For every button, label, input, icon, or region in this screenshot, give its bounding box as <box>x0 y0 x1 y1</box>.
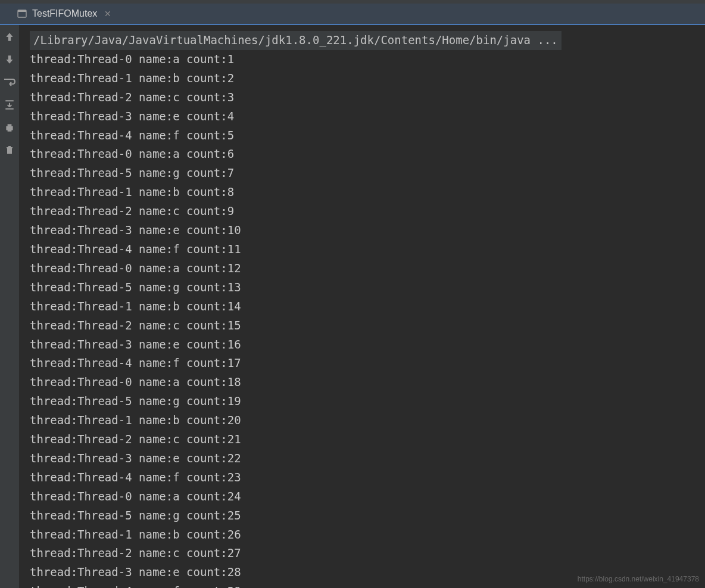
console-icon <box>17 8 27 19</box>
output-line: thread:Thread-2 name:c count:9 <box>30 202 694 221</box>
svg-rect-3 <box>8 124 12 126</box>
output-line: thread:Thread-3 name:e count:22 <box>30 449 694 468</box>
output-line: thread:Thread-1 name:b count:20 <box>30 411 694 430</box>
tab-run-config[interactable]: TestFIFOMutex ✕ <box>12 8 116 19</box>
tab-bar: TestFIFOMutex ✕ <box>0 4 705 25</box>
tab-title: TestFIFOMutex <box>32 8 97 19</box>
arrow-up-icon[interactable] <box>4 31 15 43</box>
output-line: thread:Thread-5 name:g count:13 <box>30 278 694 297</box>
arrow-down-icon[interactable] <box>4 54 15 66</box>
output-line: thread:Thread-2 name:c count:27 <box>30 544 694 563</box>
clear-icon[interactable] <box>4 144 15 156</box>
output-line: thread:Thread-1 name:b count:26 <box>30 525 694 545</box>
output-line: thread:Thread-0 name:a count:12 <box>30 259 694 278</box>
watermark: https://blog.csdn.net/weixin_41947378 <box>578 575 699 583</box>
svg-rect-6 <box>7 147 13 148</box>
close-icon[interactable]: ✕ <box>104 9 111 18</box>
output-line: thread:Thread-0 name:a count:18 <box>30 373 694 392</box>
output-line: thread:Thread-0 name:a count:1 <box>30 50 694 69</box>
output-line: thread:Thread-4 name:f count:5 <box>30 126 694 145</box>
console-output[interactable]: /Library/Java/JavaVirtualMachines/jdk1.8… <box>19 25 705 588</box>
output-line: thread:Thread-2 name:c count:21 <box>30 430 694 449</box>
output-line: thread:Thread-5 name:g count:7 <box>30 164 694 183</box>
output-line: thread:Thread-4 name:f count:11 <box>30 240 694 259</box>
output-line: thread:Thread-2 name:c count:15 <box>30 316 694 335</box>
gutter <box>0 25 19 588</box>
scroll-to-end-icon[interactable] <box>4 99 15 111</box>
svg-rect-7 <box>8 146 11 147</box>
command-line: /Library/Java/JavaVirtualMachines/jdk1.8… <box>30 31 561 50</box>
output-line: thread:Thread-3 name:e count:10 <box>30 221 694 240</box>
svg-rect-1 <box>18 10 26 12</box>
output-line: thread:Thread-1 name:b count:14 <box>30 297 694 316</box>
output-line: thread:Thread-4 name:f count:17 <box>30 354 694 373</box>
soft-wrap-icon[interactable] <box>4 76 15 88</box>
output-line: thread:Thread-3 name:e count:4 <box>30 107 694 126</box>
output-line: thread:Thread-2 name:c count:3 <box>30 88 694 107</box>
output-line: thread:Thread-5 name:g count:19 <box>30 392 694 411</box>
output-line: thread:Thread-4 name:f count:23 <box>30 468 694 487</box>
output-line: thread:Thread-0 name:a count:6 <box>30 145 694 164</box>
print-icon[interactable] <box>4 122 15 133</box>
output-line: thread:Thread-1 name:b count:2 <box>30 69 694 88</box>
output-line: thread:Thread-1 name:b count:8 <box>30 183 694 202</box>
svg-rect-4 <box>8 129 12 131</box>
output-line: thread:Thread-0 name:a count:24 <box>30 487 694 506</box>
output-line: thread:Thread-3 name:e count:16 <box>30 335 694 354</box>
svg-rect-5 <box>7 148 12 154</box>
output-line: thread:Thread-5 name:g count:25 <box>30 506 694 525</box>
main-area: /Library/Java/JavaVirtualMachines/jdk1.8… <box>0 25 705 588</box>
